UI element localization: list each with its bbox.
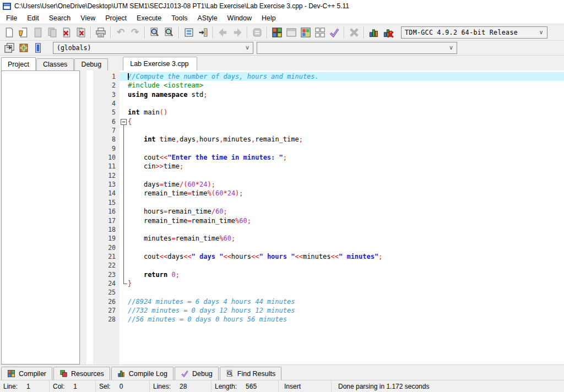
editor-tab[interactable]: Lab Exercise 3.cpp <box>123 57 197 70</box>
code-line[interactable]: 12 <box>86 171 564 180</box>
code-line[interactable]: 26//8924 minutes = 6 days 4 hours 44 min… <box>86 297 564 306</box>
code-line[interactable]: 27//732 minutes = 0 days 12 hours 12 min… <box>86 306 564 315</box>
code-line[interactable]: 25 <box>86 288 564 297</box>
code-line[interactable]: 22 <box>86 261 564 270</box>
save-all-button[interactable] <box>45 25 59 40</box>
menu-project[interactable]: Project <box>100 13 132 23</box>
code-line[interactable]: 15 <box>86 198 564 207</box>
find-button[interactable] <box>148 25 162 40</box>
member-select[interactable]: ∨ <box>257 42 457 54</box>
replace-button[interactable] <box>162 25 176 40</box>
tab-classes[interactable]: Classes <box>36 58 74 70</box>
code-line[interactable]: 9 <box>86 144 564 153</box>
line-number: 10 <box>93 153 120 162</box>
code-line[interactable]: 3using namespace std; <box>86 90 564 99</box>
code-text: using namespace std; <box>128 90 208 99</box>
fold-column <box>120 270 128 279</box>
syntax-check-button[interactable] <box>327 25 341 40</box>
rebuild-button[interactable] <box>313 25 327 40</box>
status-line-label: Line: <box>3 383 18 390</box>
code-line[interactable]: 8 int time,days,hours,minutes,remain_tim… <box>86 135 564 144</box>
tab-compiler[interactable]: Compiler <box>1 367 52 380</box>
menu-file[interactable]: File <box>1 13 22 23</box>
compiler-select[interactable]: TDM-GCC 4.9.2 64-bit Release ∨ <box>401 26 547 39</box>
code-line[interactable]: 7 <box>86 126 564 135</box>
project-panel[interactable] <box>1 70 80 364</box>
line-number: 3 <box>93 90 120 99</box>
toolbar-class-browser: (globals) ∨ ∨ <box>0 41 564 56</box>
syntax-check-icon <box>329 27 340 38</box>
goto-line-icon <box>183 27 194 38</box>
tab-compile-log[interactable]: Compile Log <box>111 367 173 380</box>
code-line[interactable]: 6{ <box>86 117 564 126</box>
fold-column <box>120 252 128 261</box>
code-line[interactable]: 17 remain_time=remain_time%60; <box>86 216 564 225</box>
menu-search[interactable]: Search <box>44 13 76 23</box>
code-line[interactable]: 20 <box>86 243 564 252</box>
code-editor[interactable]: 1//Compute the number of days, hours and… <box>86 70 564 364</box>
run-button[interactable] <box>284 25 299 40</box>
toolbar-separator <box>90 26 91 39</box>
pause-button[interactable] <box>250 25 264 40</box>
book-icon <box>32 42 44 53</box>
status-lines: Lines:28 <box>150 380 212 392</box>
close-all-button[interactable] <box>74 25 88 40</box>
menu-window[interactable]: Window <box>223 13 257 23</box>
code-line[interactable]: 13 days=time/(60*24); <box>86 180 564 189</box>
back-icon <box>218 27 229 38</box>
open-file-button[interactable] <box>17 25 31 40</box>
code-line[interactable]: 1//Compute the number of days, hours and… <box>86 72 564 81</box>
fold-toggle-icon[interactable] <box>120 117 128 126</box>
tab-project[interactable]: Project <box>1 57 36 70</box>
code-line[interactable]: 28//56 minutes = 0 days 0 hours 56 minut… <box>86 315 564 324</box>
app-icon <box>3 3 11 10</box>
menu-tools[interactable]: Tools <box>166 13 192 23</box>
abort-button[interactable] <box>347 25 361 40</box>
code-line[interactable]: 19 minutes=remain_time%60; <box>86 234 564 243</box>
menu-help[interactable]: Help <box>257 13 281 23</box>
save-button[interactable] <box>31 25 45 40</box>
add-member-button[interactable] <box>17 41 31 55</box>
fold-column <box>120 72 128 81</box>
code-line[interactable]: 11 cin>>time; <box>86 162 564 171</box>
menu-view[interactable]: View <box>75 13 100 23</box>
menu-execute[interactable]: Execute <box>132 13 166 23</box>
tab-debug-panel[interactable]: Debug <box>175 367 219 380</box>
tab-find-results[interactable]: Find Results <box>220 367 281 380</box>
code-line[interactable]: 23 return 0; <box>86 270 564 279</box>
back-button[interactable] <box>216 25 230 40</box>
close-file-button[interactable] <box>59 25 74 40</box>
print-button[interactable] <box>94 25 108 40</box>
goto-line-button[interactable] <box>182 25 196 40</box>
tab-resources[interactable]: Resources <box>53 367 110 380</box>
code-line[interactable]: 24} <box>86 279 564 288</box>
line-number: 14 <box>93 189 120 198</box>
code-line[interactable]: 10 cout<<"Enter the time in minutes: "; <box>86 153 564 162</box>
globals-select[interactable]: (globals) ∨ <box>53 42 253 54</box>
code-text: hours=remain_time/60; <box>128 207 227 216</box>
code-line[interactable]: 14 remain_time=time%(60*24); <box>86 189 564 198</box>
code-line[interactable]: 18 <box>86 225 564 234</box>
forward-button[interactable] <box>230 25 245 40</box>
code-text: { <box>128 117 132 126</box>
goto-declaration-button[interactable] <box>31 41 45 55</box>
new-file-button[interactable] <box>2 25 17 40</box>
new-class-button[interactable] <box>2 41 17 55</box>
code-line[interactable]: 4 <box>86 99 564 108</box>
compile-button[interactable] <box>270 25 284 40</box>
profile-delete-button[interactable] <box>381 25 395 40</box>
code-line[interactable]: 2#include <iostream> <box>86 81 564 90</box>
menu-edit[interactable]: Edit <box>22 13 44 23</box>
redo-button[interactable]: ↷ <box>128 25 142 40</box>
profile-button[interactable] <box>367 25 381 40</box>
panel-splitter[interactable] <box>80 70 86 364</box>
tab-debug[interactable]: Debug <box>74 58 108 70</box>
code-line[interactable]: 21 cout<<days<<" days "<<hours<<" hours … <box>86 252 564 261</box>
status-sel: Sel:0 <box>96 380 150 392</box>
compile-run-button[interactable] <box>299 25 313 40</box>
goto-function-button[interactable] <box>196 25 210 40</box>
menu-astyle[interactable]: AStyle <box>192 13 222 23</box>
code-line[interactable]: 5int main() <box>86 108 564 117</box>
undo-button[interactable]: ↶ <box>113 25 128 40</box>
code-line[interactable]: 16 hours=remain_time/60; <box>86 207 564 216</box>
